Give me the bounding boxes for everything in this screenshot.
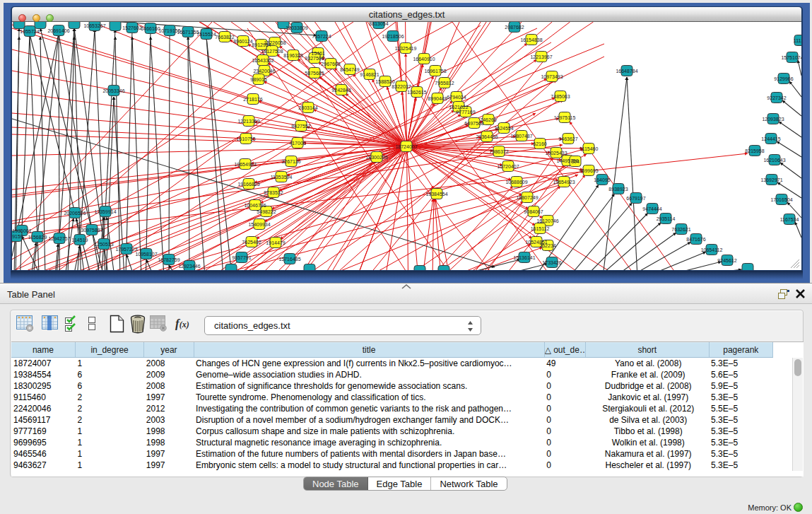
svg-text:12942757: 12942757 xyxy=(48,236,70,241)
svg-text:1615112: 1615112 xyxy=(531,226,550,231)
svg-text:2803144: 2803144 xyxy=(298,105,317,110)
svg-text:11353594: 11353594 xyxy=(271,175,293,180)
svg-text:3624554: 3624554 xyxy=(494,126,513,131)
svg-text:19218506: 19218506 xyxy=(382,34,404,39)
svg-text:9857791: 9857791 xyxy=(232,255,251,260)
svg-text:9245612: 9245612 xyxy=(717,258,736,263)
svg-text:16120746: 16120746 xyxy=(536,218,558,223)
svg-text:9327508: 9327508 xyxy=(305,56,324,61)
svg-text:1588520: 1588520 xyxy=(375,79,394,84)
svg-text:9129966: 9129966 xyxy=(774,76,793,81)
svg-text:8960124: 8960124 xyxy=(233,39,252,44)
svg-text:8454749: 8454749 xyxy=(340,67,359,72)
svg-text:21364436: 21364436 xyxy=(476,134,498,139)
svg-text:8196328: 8196328 xyxy=(283,53,302,58)
svg-text:12093823: 12093823 xyxy=(762,117,784,122)
svg-text:15136141: 15136141 xyxy=(513,255,535,260)
svg-text:10958107: 10958107 xyxy=(135,252,157,257)
svg-text:1156829: 1156829 xyxy=(28,235,47,240)
svg-text:20206526: 20206526 xyxy=(64,211,86,216)
svg-text:18300295: 18300295 xyxy=(365,155,387,160)
svg-text:16154838: 16154838 xyxy=(520,37,542,42)
svg-text:1935001: 1935001 xyxy=(12,228,31,233)
svg-text:16648784: 16648784 xyxy=(616,69,637,74)
svg-text:6466160: 6466160 xyxy=(141,26,160,31)
svg-text:5875685: 5875685 xyxy=(305,71,324,76)
svg-text:164095: 164095 xyxy=(594,177,610,182)
svg-text:10654112: 10654112 xyxy=(701,247,723,252)
svg-text:18807249: 18807249 xyxy=(516,195,538,200)
svg-text:10046786: 10046786 xyxy=(244,203,266,208)
svg-text:23420046: 23420046 xyxy=(253,69,275,74)
svg-text:18724007: 18724007 xyxy=(395,144,417,149)
svg-text:13226058: 13226058 xyxy=(264,40,286,45)
svg-text:11123: 11123 xyxy=(794,38,801,43)
svg-text:10653267: 10653267 xyxy=(83,23,105,28)
svg-text:9242848: 9242848 xyxy=(331,88,351,93)
svg-text:10973493: 10973493 xyxy=(541,74,563,79)
svg-text:7986372: 7986372 xyxy=(489,149,508,154)
svg-text:12213967: 12213967 xyxy=(530,54,552,59)
svg-text:19654923: 19654923 xyxy=(553,180,575,185)
svg-text:1362615: 1362615 xyxy=(407,90,426,95)
svg-text:18127508: 18127508 xyxy=(261,49,283,54)
svg-text:1610755: 1610755 xyxy=(236,136,255,141)
svg-text:8322037: 8322037 xyxy=(392,84,411,89)
svg-text:19654983: 19654983 xyxy=(234,162,256,167)
svg-text:11325419: 11325419 xyxy=(395,46,417,51)
svg-text:252234: 252234 xyxy=(539,243,555,248)
svg-text:8471676: 8471676 xyxy=(686,237,705,242)
svg-text:2087682: 2087682 xyxy=(505,25,524,30)
svg-text:8990448: 8990448 xyxy=(428,96,447,101)
svg-text:7663822: 7663822 xyxy=(215,35,234,40)
svg-text:6794024: 6794024 xyxy=(447,95,466,100)
svg-text:15751074: 15751074 xyxy=(781,55,801,60)
svg-text:7485063: 7485063 xyxy=(551,94,570,99)
svg-text:16782759: 16782759 xyxy=(158,257,180,262)
svg-text:7625402: 7625402 xyxy=(242,240,261,245)
svg-text:19384554: 19384554 xyxy=(425,192,447,197)
svg-text:2935114: 2935114 xyxy=(657,216,676,221)
svg-text:17016504: 17016504 xyxy=(770,197,792,202)
svg-text:8813054: 8813054 xyxy=(369,22,388,26)
svg-text:16543362: 16543362 xyxy=(252,58,273,63)
svg-text:1527602: 1527602 xyxy=(122,25,141,30)
svg-text:9699695: 9699695 xyxy=(579,168,598,173)
svg-text:13692971: 13692971 xyxy=(760,177,782,182)
svg-text:9777169: 9777169 xyxy=(456,110,475,115)
svg-text:12923446: 12923446 xyxy=(178,264,200,269)
svg-text:19166825: 19166825 xyxy=(237,182,259,187)
svg-text:1244415: 1244415 xyxy=(761,136,780,141)
svg-text:30975887: 30975887 xyxy=(81,228,102,233)
svg-text:16961758: 16961758 xyxy=(424,69,446,74)
svg-text:15461: 15461 xyxy=(311,51,325,56)
svg-text:1914479: 1914479 xyxy=(266,240,285,245)
svg-text:15716485: 15716485 xyxy=(278,257,300,262)
svg-text:114519: 114519 xyxy=(72,238,88,243)
svg-text:2967608: 2967608 xyxy=(321,62,340,66)
svg-text:15409934: 15409934 xyxy=(248,222,270,227)
svg-text:8783532: 8783532 xyxy=(264,190,283,195)
svg-text:10688609: 10688609 xyxy=(505,180,527,185)
svg-text:16671355: 16671355 xyxy=(177,30,199,35)
svg-text:5498222: 5498222 xyxy=(257,209,276,214)
svg-text:6679197: 6679197 xyxy=(626,196,645,201)
svg-text:8427552: 8427552 xyxy=(291,124,310,129)
svg-text:20053346: 20053346 xyxy=(102,88,124,93)
svg-text:8215958: 8215958 xyxy=(745,148,764,153)
svg-text:3267130: 3267130 xyxy=(281,159,300,164)
svg-text:9115460: 9115460 xyxy=(579,146,599,151)
svg-text:10807487: 10807487 xyxy=(510,134,532,139)
svg-text:7515524: 7515524 xyxy=(196,32,216,37)
svg-text:7357224: 7357224 xyxy=(312,34,331,39)
svg-text:9227342: 9227342 xyxy=(767,95,786,100)
svg-text:1621022: 1621022 xyxy=(449,105,468,110)
svg-text:16210643: 16210643 xyxy=(763,158,785,163)
svg-text:1167534: 1167534 xyxy=(780,217,799,222)
svg-text:7632621: 7632621 xyxy=(671,227,690,232)
svg-text:16033809: 16033809 xyxy=(286,25,307,30)
svg-text:746266: 746266 xyxy=(480,117,496,122)
svg-text:9463627: 9463627 xyxy=(558,136,577,141)
svg-text:8938923: 8938923 xyxy=(608,187,628,192)
svg-text:2718176: 2718176 xyxy=(243,97,262,102)
